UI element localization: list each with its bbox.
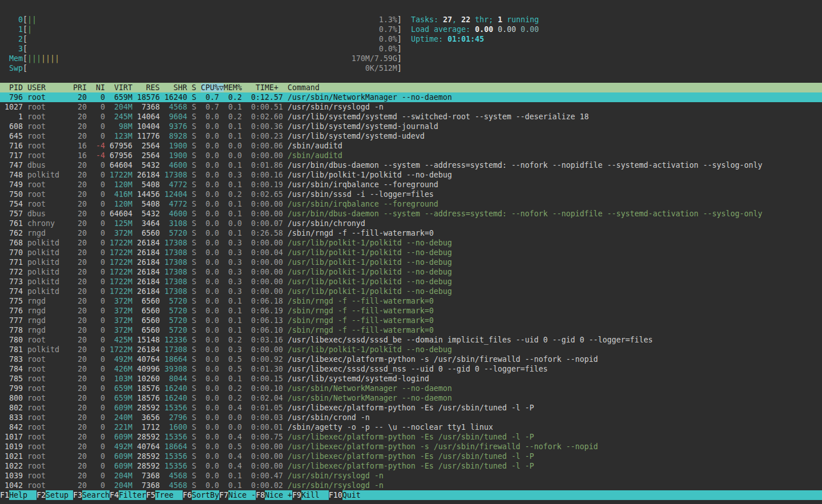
fn-key-label: Setup	[46, 490, 73, 500]
process-row-772[interactable]: 772 polkitd 20 0 1722M 26184 17308 S 0.0…	[0, 267, 822, 277]
cell-pid: 802	[0, 404, 23, 412]
process-row-761[interactable]: 761 chrony 20 0 125M 3464 3108 S 0.0 0.0…	[0, 219, 822, 228]
header-columns-right[interactable]: MEM% TIME+ Command	[224, 83, 320, 92]
process-row-778[interactable]: 778 rngd 20 0 372M 6560 5720 S 0.0 0.1 0…	[0, 325, 822, 335]
process-row-1042[interactable]: 1042 root 20 0 204M 7368 4568 S 0.0 0.1 …	[0, 481, 822, 490]
process-row-771[interactable]: 771 polkitd 20 0 1722M 26184 17308 S 0.0…	[0, 257, 822, 267]
process-row-784[interactable]: 784 root 20 0 426M 40996 39308 S 0.0 0.5…	[0, 364, 822, 374]
cell-cpu: 0.0	[196, 433, 219, 441]
process-row-1019[interactable]: 1019 root 20 0 492M 40764 18664 S 0.0 0.…	[0, 442, 822, 451]
cell-command: /sbin/agetty -o -p -- \u --noclear tty1 …	[283, 423, 493, 432]
cell-virt: 123M	[105, 132, 132, 140]
fn-f7-nice-[interactable]: F7Nice -	[219, 490, 256, 500]
cell-command: /usr/lib/polkit-1/polkitd --no-debug	[283, 258, 452, 267]
process-row-1039[interactable]: 1039 root 20 0 204M 7368 4568 S 0.0 0.1 …	[0, 471, 822, 481]
cell-virt: 1722M	[105, 345, 132, 354]
cell-cpu: 0.0	[196, 365, 219, 373]
cell-user: root	[27, 200, 73, 208]
process-row-774[interactable]: 774 polkitd 20 0 1722M 26184 17308 S 0.0…	[0, 287, 822, 296]
process-row-780[interactable]: 780 root 20 0 425M 15148 12336 S 0.0 0.2…	[0, 335, 822, 345]
process-row-608[interactable]: 608 root 20 0 98M 10404 9376 S 0.0 0.1 0…	[0, 122, 822, 131]
process-row-1022[interactable]: 1022 root 20 0 609M 28592 15356 S 0.0 0.…	[0, 461, 822, 471]
process-row-775[interactable]: 775 rngd 20 0 372M 6560 5720 S 0.0 0.1 0…	[0, 296, 822, 306]
cell-cpu: 0.0	[196, 112, 219, 121]
cell-user: polkitd	[27, 277, 73, 286]
tasks-summary: Tasks: 27, 22 thr; 1 running	[411, 15, 539, 25]
cell-mem: 0.1	[219, 180, 242, 189]
cell-state: S	[187, 161, 196, 170]
cell-user: root	[27, 481, 73, 490]
fn-f6-sortby[interactable]: F6SortBy	[183, 490, 219, 500]
process-row-800[interactable]: 800 root 20 0 659M 18576 16240 S 0.0 0.2…	[0, 393, 822, 403]
process-row-749[interactable]: 749 root 20 0 120M 5408 4772 S 0.0 0.1 0…	[0, 180, 822, 189]
process-row-799[interactable]: 799 root 20 0 659M 18576 16240 S 0.0 0.2…	[0, 384, 822, 393]
cell-pid: 773	[0, 277, 23, 286]
cell-mem: 0.1	[219, 161, 242, 170]
process-row-1017[interactable]: 1017 root 20 0 609M 28592 15356 S 0.0 0.…	[0, 432, 822, 442]
cell-pri: 20	[73, 180, 87, 189]
cell-cpu: 0.7	[196, 93, 219, 102]
cell-state: S	[187, 180, 196, 189]
cell-cpu: 0.0	[196, 374, 219, 383]
fn-f5-tree[interactable]: F5Tree	[146, 490, 183, 500]
process-row-754[interactable]: 754 root 20 0 120M 5408 4772 S 0.0 0.1 0…	[0, 199, 822, 209]
fn-f10-quit[interactable]: F10Quit	[329, 490, 370, 500]
cell-virt: 416M	[105, 190, 132, 199]
process-row-1021[interactable]: 1021 root 20 0 609M 28592 15356 S 0.0 0.…	[0, 451, 822, 461]
process-row-785[interactable]: 785 root 20 0 103M 10260 8044 S 0.0 0.1 …	[0, 374, 822, 384]
cell-mem: 0.3	[219, 239, 242, 247]
process-row-747[interactable]: 747 dbus 20 0 64604 5432 4600 S 0.0 0.1 …	[0, 160, 822, 170]
cell-ni: 0	[87, 374, 105, 383]
cell-command: /usr/lib/polkit-1/polkitd --no-debug	[283, 277, 452, 286]
process-row-770[interactable]: 770 polkitd 20 0 1722M 26184 17308 S 0.0…	[0, 248, 822, 257]
sort-column-cpu[interactable]: CPU%▽	[201, 83, 224, 92]
process-row-1[interactable]: 1 root 20 0 245M 14064 9604 S 0.0 0.2 0:…	[0, 112, 822, 122]
cell-pid: 784	[0, 365, 23, 373]
process-row-748[interactable]: 748 polkitd 20 0 1722M 26184 17308 S 0.0…	[0, 170, 822, 180]
fn-f1-help[interactable]: F1Help	[0, 490, 37, 500]
process-row-717[interactable]: 717 root 16 -4 67956 2564 1900 S 0.0 0.0…	[0, 151, 822, 160]
cell-pri: 20	[73, 336, 87, 344]
process-row-716[interactable]: 716 root 16 -4 67956 2564 1900 S 0.0 0.0…	[0, 141, 822, 151]
process-row-1027[interactable]: 1027 root 20 0 204M 7368 4568 S 0.7 0.1 …	[0, 102, 822, 112]
process-row-762[interactable]: 762 rngd 20 0 372M 6560 5720 S 0.0 0.1 0…	[0, 228, 822, 238]
process-row-645[interactable]: 645 root 20 0 123M 11776 8928 S 0.0 0.1 …	[0, 131, 822, 141]
process-row-796[interactable]: 796 root 20 0 659M 18576 16240 S 0.7 0.2…	[0, 92, 822, 102]
cell-time: 0:00.00	[242, 442, 283, 451]
process-row-776[interactable]: 776 rngd 20 0 372M 6560 5720 S 0.0 0.1 0…	[0, 306, 822, 316]
cell-res: 5432	[132, 209, 160, 218]
process-row-842[interactable]: 842 root 20 0 221M 1712 1600 S 0.0 0.0 0…	[0, 422, 822, 432]
process-row-757[interactable]: 757 dbus 20 0 64604 5432 4600 S 0.0 0.1 …	[0, 209, 822, 219]
cell-shr: 15356	[160, 404, 187, 412]
cell-cpu: 0.0	[196, 248, 219, 257]
process-row-773[interactable]: 773 polkitd 20 0 1722M 26184 17308 S 0.0…	[0, 277, 822, 287]
cell-virt: 1722M	[105, 239, 132, 247]
fn-f2-setup[interactable]: F2Setup	[37, 490, 73, 500]
header-columns-left[interactable]: PID USER PRI NI VIRT RES SHR S	[0, 83, 201, 92]
fn-f8-nice+[interactable]: F8Nice +	[256, 490, 292, 500]
cell-ni: 0	[87, 307, 105, 315]
process-row-833[interactable]: 833 root 20 0 240M 3656 2796 S 0.0 0.0 0…	[0, 413, 822, 422]
cell-shr: 5720	[160, 297, 187, 305]
cell-shr: 15356	[160, 433, 187, 441]
process-table-header[interactable]: PID USER PRI NI VIRT RES SHR S CPU%▽MEM%…	[0, 83, 822, 92]
cell-mem: 0.4	[219, 404, 242, 412]
process-row-768[interactable]: 768 polkitd 20 0 1722M 26184 17308 S 0.0…	[0, 238, 822, 248]
cell-ni: 0	[87, 171, 105, 179]
fn-f3-search[interactable]: F3Search	[73, 490, 110, 500]
fn-f4-filter[interactable]: F4Filter	[110, 490, 146, 500]
cell-state: S	[187, 190, 196, 199]
cell-shr: 17308	[160, 171, 187, 179]
cell-pri: 20	[73, 481, 87, 490]
cell-user: root	[27, 413, 73, 422]
cell-pid: 1	[0, 112, 23, 121]
fn-f9-kill[interactable]: F9Kill	[292, 490, 329, 500]
process-row-802[interactable]: 802 root 20 0 609M 28592 15356 S 0.0 0.4…	[0, 403, 822, 413]
process-row-783[interactable]: 783 root 20 0 492M 40764 18664 S 0.0 0.5…	[0, 354, 822, 364]
cell-time: 0:00.92	[242, 355, 283, 364]
process-row-781[interactable]: 781 polkitd 20 0 1722M 26184 17308 S 0.0…	[0, 345, 822, 354]
cell-virt: 221M	[105, 423, 132, 432]
process-row-777[interactable]: 777 rngd 20 0 372M 6560 5720 S 0.0 0.1 0…	[0, 316, 822, 325]
cell-mem: 0.2	[219, 394, 242, 402]
process-row-750[interactable]: 750 root 20 0 416M 14456 12404 S 0.0 0.2…	[0, 189, 822, 199]
